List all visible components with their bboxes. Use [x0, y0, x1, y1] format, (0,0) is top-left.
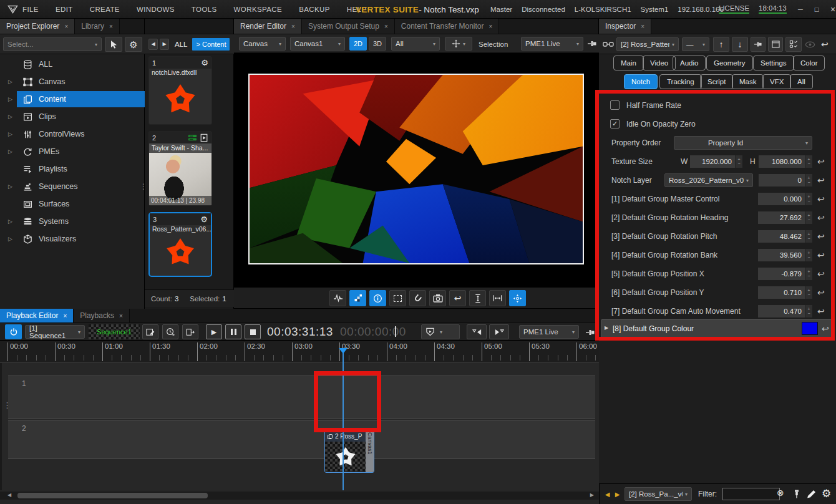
- inspector-tab-settings[interactable]: Settings: [753, 56, 794, 70]
- goto-out-button[interactable]: [182, 324, 198, 339]
- snap-magnet-button[interactable]: [409, 290, 426, 306]
- reset-view-button[interactable]: ↩: [449, 290, 466, 306]
- move-down-button[interactable]: ↓: [732, 37, 748, 52]
- sequence-dropdown[interactable]: [1] Sequence1▾: [25, 325, 85, 339]
- marquee-select-button[interactable]: [389, 290, 406, 306]
- sidebar-item-content[interactable]: ▷ Content: [0, 91, 145, 107]
- scroll-left-icon[interactable]: ◀: [7, 492, 11, 498]
- inspector-tab-script[interactable]: Script: [700, 74, 733, 89]
- pause-button[interactable]: [225, 324, 241, 339]
- tab-close-icon[interactable]: ×: [109, 23, 113, 30]
- tab-close-icon[interactable]: ×: [291, 23, 295, 30]
- sidebar-item-clips[interactable]: ▷ Clips: [0, 109, 145, 125]
- colour-swatch[interactable]: [802, 322, 818, 335]
- param-stepper[interactable]: +−: [805, 249, 812, 261]
- snapshot-button[interactable]: [429, 290, 446, 306]
- inspector-tab-all[interactable]: All: [790, 74, 813, 89]
- expand-arrow-icon[interactable]: ▷: [8, 131, 12, 137]
- fit-horizontal-button[interactable]: [489, 290, 506, 306]
- content-card-notchlive[interactable]: 1 ⚙ notchLive.dfxdll: [148, 56, 212, 125]
- target-prev-button[interactable]: ◀: [603, 488, 612, 500]
- next-cue-button[interactable]: [489, 324, 509, 339]
- param-stepper[interactable]: +−: [805, 268, 812, 280]
- property-order-dropdown[interactable]: Property Id ▾: [674, 136, 812, 150]
- playhead-line[interactable]: [343, 349, 344, 490]
- pan-tool-dropdown[interactable]: ▾: [445, 37, 472, 51]
- reset-icon[interactable]: ↩: [817, 250, 825, 260]
- blocks-view-button[interactable]: [349, 290, 366, 306]
- explorer-settings-button[interactable]: ⚙: [125, 37, 142, 52]
- tab-close-icon[interactable]: ×: [64, 23, 68, 30]
- expand-arrow-icon[interactable]: ▷: [8, 96, 12, 102]
- param-stepper[interactable]: +−: [805, 286, 812, 299]
- target-next-button[interactable]: ▶: [613, 488, 622, 500]
- sidebar-item-all[interactable]: ALL: [0, 56, 145, 72]
- expand-arrow-icon[interactable]: ▷: [8, 114, 12, 120]
- select-dropdown[interactable]: Select... ▾: [3, 37, 102, 51]
- gear-icon[interactable]: ⚙: [200, 215, 208, 223]
- gear-icon[interactable]: ⚙: [201, 59, 208, 67]
- param-value-field[interactable]: 48.462: [758, 230, 805, 243]
- inspector-tab-video[interactable]: Video: [643, 56, 676, 70]
- tab-render-editor[interactable]: Render Editor ×: [234, 19, 302, 34]
- breadcrumb-all[interactable]: ALL: [175, 41, 187, 48]
- filter-input[interactable]: [722, 488, 780, 500]
- menu-create[interactable]: CREATE: [90, 6, 120, 13]
- reset-icon[interactable]: ↩: [817, 194, 825, 204]
- expand-arrow-icon[interactable]: ▷: [8, 148, 12, 155]
- sidebar-item-canvas[interactable]: ▷ Canvas: [0, 74, 145, 90]
- notch-layer-index-field[interactable]: 0: [759, 174, 805, 187]
- param-value-field[interactable]: 0.000: [758, 193, 805, 205]
- tab-playback-editor[interactable]: Playback Editor ×: [0, 309, 74, 322]
- content-card-ross-pattern[interactable]: 3 ⚙ Ross_Pattern_v06....: [148, 212, 212, 277]
- expand-arrow-icon[interactable]: ▷: [8, 79, 12, 85]
- timeline-clip-ross-pattern[interactable]: 2 Ross_P Canvas1: [324, 430, 374, 473]
- visibility-toggle[interactable]: [804, 39, 816, 49]
- notch-layer-dropdown[interactable]: Ross_2026_Pattern_v0 ▾: [664, 173, 753, 187]
- sidebar-item-visualizers[interactable]: ▷ Visualizers: [0, 231, 145, 247]
- expand-arrow-icon[interactable]: ▷: [8, 183, 12, 190]
- tab-content-transfer-monitor[interactable]: Content Transfer Monitor ×: [395, 19, 500, 34]
- param-stepper[interactable]: +−: [805, 193, 812, 205]
- idle-on-opacity-zero-checkbox[interactable]: ✓: [610, 119, 620, 128]
- info-overlay-button[interactable]: [369, 290, 386, 306]
- inspector-target-dropdown[interactable]: [2] Ross_Pattern▾: [616, 37, 679, 51]
- track-2[interactable]: 2: [8, 420, 595, 459]
- tab-inspector[interactable]: Inspector ×: [599, 19, 651, 34]
- mode-3d-button[interactable]: 3D: [369, 37, 386, 51]
- layer-stepper[interactable]: +−: [805, 174, 812, 187]
- fit-vertical-button[interactable]: [469, 290, 486, 306]
- maximize-button[interactable]: □: [810, 4, 824, 15]
- revert-button[interactable]: ↩: [821, 39, 829, 49]
- stop-button[interactable]: [245, 324, 261, 339]
- panel-layout-button[interactable]: [768, 37, 783, 52]
- prop-default-group-colour[interactable]: ▶ [8] Default Group Colour ↩: [599, 319, 836, 338]
- property-list-button[interactable]: [785, 37, 802, 52]
- inspector-tab-geometry[interactable]: Geometry: [706, 56, 753, 70]
- expand-arrow-icon[interactable]: ▶: [605, 325, 608, 331]
- cue-mode-dropdown[interactable]: ▾: [421, 324, 460, 339]
- param-stepper[interactable]: +−: [805, 211, 812, 224]
- inspector-tab-vfx[interactable]: VFX: [762, 74, 791, 89]
- footer-target-dropdown[interactable]: [2] Ross_Pa..._v0... ▾: [625, 487, 692, 501]
- inspector-tab-notch[interactable]: Notch: [624, 74, 658, 89]
- menu-windows[interactable]: WINDOWS: [137, 6, 175, 13]
- canvas-mode-dropdown[interactable]: Canvas▾: [239, 37, 286, 51]
- expand-arrow-icon[interactable]: ▷: [8, 218, 12, 225]
- width-stepper[interactable]: +−: [735, 155, 742, 168]
- close-button[interactable]: ×: [826, 4, 836, 15]
- menu-edit[interactable]: EDIT: [56, 6, 73, 13]
- timeline-ruler[interactable]: 00:00 00:30 01:00 01:30 02:00 02:30 03:0…: [0, 341, 599, 363]
- nav-forward-button[interactable]: ▶: [160, 39, 169, 50]
- pin-icon[interactable]: [793, 489, 800, 499]
- pme-dropdown[interactable]: PME1 Live▾: [521, 37, 583, 51]
- move-up-button[interactable]: ↑: [713, 37, 729, 52]
- texture-height-field[interactable]: 1080.000: [759, 155, 805, 168]
- reset-icon[interactable]: ↩: [817, 269, 825, 279]
- tab-playbacks[interactable]: Playbacks ×: [74, 309, 130, 322]
- pin-icon[interactable]: [587, 39, 597, 48]
- menu-file[interactable]: FILE: [22, 6, 39, 13]
- reset-icon[interactable]: ↩: [817, 157, 825, 167]
- tab-close-icon[interactable]: ×: [641, 23, 644, 30]
- param-value-field[interactable]: 0.710: [758, 286, 805, 299]
